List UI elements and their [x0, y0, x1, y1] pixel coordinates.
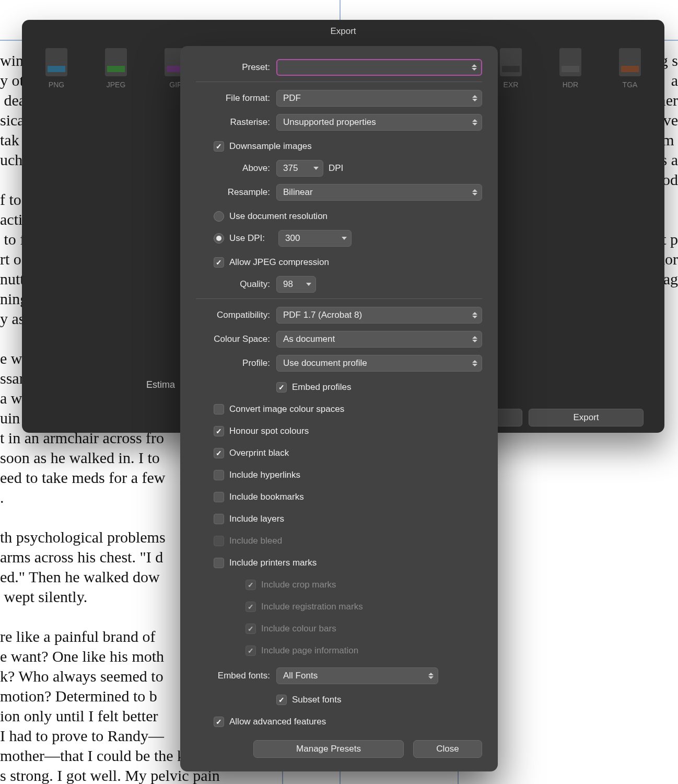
- doc-text: a: [671, 70, 678, 91]
- profile-select[interactable]: Use document profile: [276, 355, 482, 372]
- embed-profiles-checkbox[interactable]: [276, 382, 287, 393]
- preset-select[interactable]: [276, 59, 482, 76]
- format-item-hdr[interactable]: HDR: [552, 48, 589, 89]
- quality-value: 98: [283, 279, 293, 290]
- embed-fonts-select[interactable]: All Fonts: [276, 667, 438, 684]
- use-dpi-field[interactable]: 300: [278, 230, 352, 247]
- colour-space-select[interactable]: As document: [276, 331, 482, 348]
- stepper-arrows-icon: [471, 358, 478, 368]
- quality-field[interactable]: 98: [276, 276, 316, 293]
- doc-text: nutt: [0, 269, 25, 290]
- stepper-arrows-icon: [471, 187, 478, 198]
- include-bleed-checkbox: [214, 536, 224, 546]
- include-hyperlinks-label: Include hyperlinks: [229, 470, 300, 480]
- include-crop-marks-label: Include crop marks: [261, 580, 336, 590]
- doc-text: motion? Determined to b: [0, 686, 157, 707]
- export-title: Export: [22, 20, 664, 41]
- chevron-down-icon: [312, 163, 320, 174]
- separator: [196, 82, 482, 82]
- use-dpi-value: 300: [285, 233, 300, 244]
- file-icon: [619, 48, 641, 76]
- allow-jpeg-label: Allow JPEG compression: [229, 257, 329, 268]
- above-dpi-value: 375: [283, 163, 298, 174]
- above-label: Above:: [196, 163, 276, 174]
- doc-text: th psychological problems: [0, 527, 166, 548]
- doc-text: tak: [0, 130, 19, 151]
- include-colour-bars-label: Include colour bars: [261, 624, 336, 634]
- doc-text: y ot: [0, 70, 24, 91]
- preset-label: Preset:: [196, 62, 276, 73]
- doc-text: y as: [0, 308, 25, 329]
- doc-text: acti: [0, 209, 22, 230]
- honour-spot-checkbox[interactable]: [214, 426, 224, 436]
- include-page-information-checkbox: [246, 645, 256, 656]
- resample-value: Bilinear: [283, 187, 313, 198]
- doc-text: sica: [0, 110, 25, 131]
- file-icon: [559, 48, 581, 76]
- format-label: PNG: [38, 80, 75, 89]
- overprint-black-checkbox[interactable]: [214, 448, 224, 458]
- stepper-arrows-icon: [471, 117, 478, 128]
- above-dpi-field[interactable]: 375: [276, 160, 323, 177]
- downsample-checkbox[interactable]: [214, 141, 224, 152]
- embed-fonts-label: Embed fonts:: [196, 671, 276, 681]
- use-dpi-radio[interactable]: [214, 233, 224, 244]
- convert-image-cs-label: Convert image colour spaces: [229, 404, 344, 414]
- file-icon: [105, 48, 127, 76]
- stepper-arrows-icon: [471, 334, 478, 344]
- embed-fonts-value: All Fonts: [283, 671, 318, 681]
- format-item-jpeg[interactable]: JPEG: [97, 48, 135, 89]
- close-button[interactable]: Close: [413, 740, 482, 758]
- file-format-select[interactable]: PDF: [276, 90, 482, 107]
- profile-value: Use document profile: [283, 358, 367, 368]
- compatibility-select[interactable]: PDF 1.7 (Acrobat 8): [276, 307, 482, 324]
- doc-text: wept silently.: [0, 586, 87, 607]
- subset-fonts-checkbox[interactable]: [276, 695, 287, 705]
- chevron-down-icon: [341, 233, 348, 244]
- rasterise-value: Unsupported properties: [283, 117, 376, 128]
- export-button[interactable]: Export: [529, 409, 644, 426]
- doc-text: uch: [0, 149, 22, 170]
- separator: [196, 298, 482, 299]
- include-layers-checkbox[interactable]: [214, 514, 224, 524]
- compatibility-value: PDF 1.7 (Acrobat 8): [283, 310, 362, 320]
- doc-text: arms across his chest. "I d: [0, 547, 163, 568]
- include-colour-bars-checkbox: [246, 624, 256, 634]
- include-hyperlinks-checkbox[interactable]: [214, 470, 224, 480]
- allow-advanced-checkbox[interactable]: [214, 717, 224, 727]
- profile-label: Profile:: [196, 358, 276, 368]
- file-format-value: PDF: [283, 93, 301, 103]
- include-printers-marks-checkbox[interactable]: [214, 558, 224, 568]
- rasterise-select[interactable]: Unsupported properties: [276, 114, 482, 131]
- allow-advanced-label: Allow advanced features: [229, 717, 326, 727]
- convert-image-cs-checkbox[interactable]: [214, 404, 224, 414]
- include-bookmarks-checkbox[interactable]: [214, 492, 224, 502]
- subset-fonts-label: Subset fonts: [292, 695, 342, 705]
- estimated-size-label: Estima: [146, 379, 175, 390]
- doc-text: uin: [0, 408, 20, 429]
- pdf-export-panel: Preset: File format: PDF Rasterise: Unsu…: [180, 46, 498, 771]
- doc-text: soon as he walked in. I to: [0, 447, 160, 468]
- use-doc-resolution-radio[interactable]: [214, 211, 224, 222]
- colour-space-value: As document: [283, 334, 335, 344]
- format-item-tga[interactable]: TGA: [611, 48, 649, 89]
- stepper-arrows-icon: [471, 93, 478, 103]
- file-format-label: File format:: [196, 93, 276, 103]
- colour-space-label: Colour Space:: [196, 334, 276, 344]
- honour-spot-label: Honour spot colours: [229, 426, 309, 436]
- rasterise-label: Rasterise:: [196, 117, 276, 128]
- include-registration-marks-label: Include registration marks: [261, 602, 363, 612]
- format-label: JPEG: [97, 80, 135, 89]
- resample-select[interactable]: Bilinear: [276, 184, 482, 201]
- doc-text: ssar: [0, 368, 25, 389]
- allow-jpeg-checkbox[interactable]: [214, 257, 224, 268]
- resample-label: Resample:: [196, 187, 276, 198]
- stepper-arrows-icon: [471, 62, 478, 73]
- stepper-arrows-icon: [427, 671, 435, 681]
- doc-text: .: [0, 487, 4, 508]
- format-item-png[interactable]: PNG: [38, 48, 75, 89]
- include-bookmarks-label: Include bookmarks: [229, 492, 304, 502]
- use-dpi-label: Use DPI:: [229, 233, 273, 244]
- doc-text: ed." Then he walked dow: [0, 567, 160, 587]
- manage-presets-button[interactable]: Manage Presets: [253, 740, 404, 758]
